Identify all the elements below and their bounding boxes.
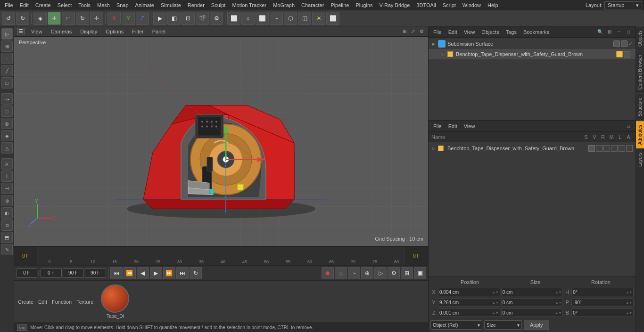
tool-knife[interactable]: ⚔ bbox=[1, 158, 13, 170]
attr-minimize-btn[interactable]: − bbox=[615, 122, 623, 130]
menu-character[interactable]: Character bbox=[298, 1, 327, 9]
menu-window[interactable]: Window bbox=[460, 1, 484, 9]
tool-twist[interactable]: ↝ bbox=[1, 93, 13, 105]
record-btn[interactable]: ⏺ bbox=[322, 267, 334, 279]
apply-button[interactable]: Apply bbox=[524, 320, 549, 330]
transform-x-rot-arrows[interactable]: ▲▼ bbox=[626, 291, 632, 294]
obj-bookmarks-menu[interactable]: Bookmarks bbox=[521, 29, 551, 35]
z-axis-btn[interactable]: Z bbox=[136, 12, 149, 25]
x-axis-btn[interactable]: X bbox=[107, 12, 121, 25]
tab-attributes[interactable]: Attributes bbox=[636, 121, 644, 148]
menu-vray[interactable]: V-Ray Bridge bbox=[377, 1, 413, 9]
obj-filter-btn[interactable]: ⊞ bbox=[605, 28, 614, 36]
viewport-settings[interactable]: ⚙ bbox=[418, 28, 425, 35]
tab-objects[interactable]: Objects bbox=[636, 26, 644, 50]
menu-tools[interactable]: Tools bbox=[75, 1, 93, 9]
obj-expand-benchtop[interactable]: ▷ bbox=[440, 52, 445, 57]
render-picture-viewer[interactable]: 🎬 bbox=[196, 12, 209, 25]
menu-mograph[interactable]: MoGraph bbox=[270, 1, 297, 9]
transform-y-pos-arrows[interactable]: ▲▼ bbox=[492, 301, 499, 304]
transform-z-pos[interactable]: 0.001 cm ▲▼ bbox=[438, 308, 500, 317]
playback-start-input[interactable] bbox=[16, 268, 37, 278]
menu-create[interactable]: Create bbox=[33, 1, 54, 9]
menu-3dtoall[interactable]: 3DTOAll bbox=[413, 1, 438, 9]
mat-tab-texture[interactable]: Texture bbox=[76, 299, 93, 305]
tool-mirror[interactable]: ⊣ bbox=[1, 183, 13, 194]
render-queue-btn[interactable]: ▣ bbox=[414, 267, 426, 279]
mode-model[interactable]: ▷ bbox=[1, 28, 13, 40]
transform-y-pos[interactable]: 9.264 cm ▲▼ bbox=[438, 298, 500, 307]
tab-structure[interactable]: Structure bbox=[636, 93, 644, 121]
viewport-view-menu[interactable]: View bbox=[29, 28, 44, 35]
tool-magnet[interactable]: ⌇ bbox=[1, 170, 13, 182]
mode-texture[interactable]: ⊞ bbox=[1, 40, 13, 52]
transform-z-rot[interactable]: 0° ▲▼ bbox=[571, 308, 634, 317]
obj-render-dot[interactable] bbox=[621, 40, 627, 47]
obj-row-benchtop[interactable]: ▷ Benchtop_Tape_Dispenser_with_Safety_Gu… bbox=[429, 49, 636, 59]
obj-visibility-dot[interactable] bbox=[613, 40, 620, 47]
obj-expand-subdivision[interactable]: ▶ bbox=[431, 41, 436, 46]
loop-btn[interactable]: ↻ bbox=[190, 267, 202, 279]
transform-y-size-arrows[interactable]: ▲▼ bbox=[555, 301, 561, 304]
attr-icon1[interactable] bbox=[588, 145, 595, 152]
cylinder-btn[interactable]: ⬜ bbox=[256, 12, 269, 25]
select-tool[interactable]: ◈ bbox=[33, 12, 47, 25]
step-back-btn[interactable]: ⏪ bbox=[124, 267, 136, 279]
menu-simulate[interactable]: Simulate bbox=[158, 1, 184, 9]
obj-minimize-btn[interactable]: − bbox=[615, 28, 623, 36]
menu-pipeline[interactable]: Pipeline bbox=[328, 1, 352, 9]
undo-button[interactable]: ↺ bbox=[2, 12, 15, 25]
viewport-menu-btn[interactable]: ☰ bbox=[17, 28, 25, 35]
viewport-filter-menu[interactable]: Filter bbox=[130, 28, 145, 35]
nurbs-btn[interactable]: ⬡ bbox=[284, 12, 297, 25]
menu-animate[interactable]: Animate bbox=[132, 1, 157, 9]
mode-polygon[interactable]: □ bbox=[1, 77, 13, 89]
play-reverse-btn[interactable]: ◀ bbox=[137, 267, 149, 279]
tool-paint[interactable]: ✎ bbox=[1, 244, 13, 255]
obj-row-subdivision[interactable]: ▶ Subdivision Surface ✓ bbox=[429, 39, 636, 49]
attr-icon5[interactable] bbox=[619, 145, 625, 152]
vray-render-btn[interactable]: ▷ bbox=[374, 267, 387, 279]
obj-file-menu[interactable]: File bbox=[431, 29, 444, 35]
attr-icon6[interactable] bbox=[626, 145, 633, 152]
menu-sculpt[interactable]: Sculpt bbox=[208, 1, 229, 9]
attr-icon2[interactable] bbox=[596, 145, 603, 152]
tool-extrude[interactable]: ⬒ bbox=[1, 232, 13, 243]
menu-file[interactable]: File bbox=[2, 1, 16, 9]
transform-x-rot[interactable]: 0° ▲▼ bbox=[571, 288, 634, 296]
attr-icon4[interactable] bbox=[611, 145, 618, 152]
menu-render[interactable]: Render bbox=[185, 1, 207, 9]
menu-script[interactable]: Script bbox=[440, 1, 459, 9]
transform-y-size[interactable]: 0 cm ▲▼ bbox=[501, 298, 563, 307]
play-btn[interactable]: ▶ bbox=[150, 267, 162, 279]
camera-btn[interactable]: ⬜ bbox=[326, 12, 339, 25]
attr-icon3[interactable] bbox=[603, 145, 610, 152]
attr-expand[interactable]: ▷ bbox=[431, 146, 436, 151]
mode-edge[interactable]: ╱ bbox=[1, 65, 13, 76]
obj-tags-menu[interactable]: Tags bbox=[504, 29, 519, 35]
menu-motion-tracker[interactable]: Motion Tracker bbox=[229, 1, 269, 9]
step-forward-btn[interactable]: ⏩ bbox=[163, 267, 175, 279]
transform-z-size[interactable]: 0 cm ▲▼ bbox=[501, 308, 563, 317]
tool-shear[interactable]: ◈ bbox=[1, 130, 13, 141]
motion-record-btn[interactable]: ⊕ bbox=[361, 267, 373, 279]
menu-snap[interactable]: Snap bbox=[114, 1, 132, 9]
render-settings-btn[interactable]: ⚙ bbox=[210, 12, 223, 25]
redo-button[interactable]: ↻ bbox=[16, 12, 29, 25]
timeline-ruler[interactable]: 0 F 0 5 10 15 20 25 30 35 40 45 50 55 60… bbox=[14, 247, 428, 265]
deform-btn[interactable]: ◫ bbox=[298, 12, 311, 25]
move-tool[interactable]: ✛ bbox=[48, 12, 61, 25]
transform-z-rot-arrows[interactable]: ▲▼ bbox=[626, 311, 632, 315]
menu-help[interactable]: Help bbox=[485, 1, 501, 9]
transform-z-pos-arrows[interactable]: ▲▼ bbox=[492, 311, 499, 315]
attr-row-benchtop[interactable]: ▷ Benchtop_Tape_Dispenser_with_Safety_Gu… bbox=[429, 143, 636, 154]
render-options-btn[interactable]: ⊞ bbox=[401, 267, 413, 279]
viewport-options-menu[interactable]: Options bbox=[104, 28, 125, 35]
attr-edit-menu[interactable]: Edit bbox=[446, 123, 459, 130]
transform-x-pos[interactable]: 0.004 cm ▲▼ bbox=[438, 288, 500, 296]
transform-x-size-arrows[interactable]: ▲▼ bbox=[555, 291, 561, 294]
viewport-panel-menu[interactable]: Panel bbox=[150, 28, 167, 35]
tab-layers[interactable]: Layers bbox=[636, 148, 644, 170]
render-all-btn[interactable]: ⊡ bbox=[182, 12, 195, 25]
tool-bend[interactable]: ◌ bbox=[1, 105, 13, 117]
